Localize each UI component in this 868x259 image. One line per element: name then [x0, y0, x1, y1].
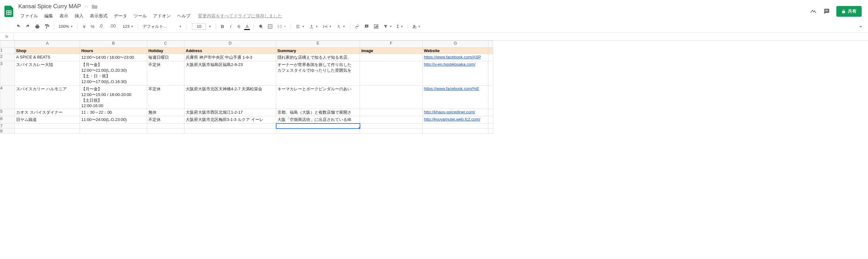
cell[interactable]: [147, 123, 184, 128]
cell[interactable]: [360, 54, 423, 61]
header-cell[interactable]: Shop: [15, 48, 80, 54]
cell[interactable]: 11:00〜24:00(L.O.23:00): [80, 116, 147, 123]
cell[interactable]: [15, 128, 80, 134]
cell[interactable]: A SPICE & BEATS: [15, 54, 80, 61]
row-header[interactable]: 3: [0, 61, 15, 85]
cell[interactable]: 大阪「空堀商店街」に出店されているIB: [276, 116, 360, 123]
collapse-toolbar-button[interactable]: [857, 23, 865, 30]
cell[interactable]: https://www.facebook.com/ASP: [423, 54, 488, 61]
font-size-control[interactable]: 10▼: [189, 22, 213, 31]
row-header[interactable]: 5: [0, 109, 15, 116]
functions-button[interactable]: Σ▼: [395, 23, 405, 30]
menu-insert[interactable]: 挿入: [72, 12, 86, 20]
cell[interactable]: 大阪府大阪市福島区福島2-9-23: [184, 61, 276, 85]
increase-decimal-button[interactable]: .00→: [107, 22, 120, 31]
cell[interactable]: [276, 128, 360, 134]
cell[interactable]: 京都、福島（大阪）と複数店舗で展開さ: [276, 109, 360, 116]
cell[interactable]: https://www.facebook.com/%E: [423, 85, 488, 109]
cell[interactable]: 隠れ家的な店構えで知る人ぞ知る名店。: [276, 54, 360, 61]
cell[interactable]: [488, 61, 493, 85]
input-tools-button[interactable]: あ▼: [411, 23, 423, 31]
cell[interactable]: [360, 85, 423, 109]
cell[interactable]: スパイスカレー大陸: [15, 61, 80, 85]
cell[interactable]: [488, 85, 493, 109]
cell[interactable]: [423, 123, 488, 128]
header-cell[interactable]: Hours: [80, 48, 147, 54]
cell[interactable]: 不定休: [147, 85, 184, 109]
star-icon[interactable]: ☆: [84, 3, 89, 9]
cell[interactable]: [184, 128, 276, 134]
cell[interactable]: [488, 123, 493, 128]
menu-format[interactable]: 表示形式: [87, 12, 110, 20]
save-status[interactable]: 変更内容をすべてドライブに保存しました: [198, 12, 282, 20]
cell[interactable]: 毎週日曜日: [147, 54, 184, 61]
header-cell[interactable]: Address: [184, 48, 276, 54]
cell[interactable]: 【月〜金】 12:00〜21:00(L.O.20:30) 【土・日・祝】 12:…: [80, 61, 147, 85]
insert-link-button[interactable]: [353, 23, 362, 30]
cell[interactable]: [488, 54, 493, 61]
col-header-B[interactable]: B: [80, 41, 147, 48]
header-cell[interactable]: image: [360, 48, 423, 54]
cell[interactable]: [488, 128, 493, 134]
col-header-E[interactable]: E: [276, 41, 360, 48]
cell[interactable]: 兵庫県 神戸市中央区 中山手通 1-9-3: [184, 54, 276, 61]
cell[interactable]: [147, 128, 184, 134]
cell[interactable]: スパイスカリー ハルモニア: [15, 85, 80, 109]
website-link[interactable]: http://kyuyamutei.web.fc2.com/: [424, 117, 480, 122]
cell[interactable]: 大阪府大阪市北区梅田3-1-3 ルクア イーレ: [184, 116, 276, 123]
row-header[interactable]: 1: [0, 48, 15, 54]
more-formats-dropdown[interactable]: 123▼: [121, 23, 136, 30]
menu-view[interactable]: 表示: [57, 12, 71, 20]
cell[interactable]: 大阪府大阪市北区天神橋4-2-7 天満松栄会: [184, 85, 276, 109]
cell[interactable]: 12:00〜14:00 / 16:00〜23:00: [80, 54, 147, 61]
cell[interactable]: [184, 123, 276, 128]
cell[interactable]: 不定休: [147, 116, 184, 123]
filter-button[interactable]: ▼: [381, 23, 394, 30]
italic-button[interactable]: I: [227, 23, 235, 30]
insert-comment-button[interactable]: [362, 23, 371, 30]
share-button[interactable]: 共有: [836, 6, 862, 17]
merge-cells-button[interactable]: ▼: [275, 23, 288, 30]
font-dropdown[interactable]: デフォルト...▼: [141, 23, 183, 31]
header-cell[interactable]: Summary: [276, 48, 360, 54]
col-header-A[interactable]: A: [15, 41, 80, 48]
menu-data[interactable]: データ: [111, 12, 130, 20]
decrease-decimal-button[interactable]: .0←: [97, 22, 107, 31]
text-color-button[interactable]: A: [243, 23, 251, 30]
website-link[interactable]: http://u-en.hostelosaka.com/: [424, 62, 475, 67]
cell[interactable]: オーナーが世界各国を旅して作り出した カフェスタイルでゆったりした雰囲気を: [276, 61, 360, 85]
cell[interactable]: [488, 48, 493, 54]
cell[interactable]: [360, 109, 423, 116]
select-all-corner[interactable]: [0, 41, 15, 48]
spreadsheet-grid[interactable]: A B C D E F G 1ShopHoursHolidayAddressSu…: [0, 40, 868, 134]
cell[interactable]: [488, 116, 493, 123]
bold-button[interactable]: B: [219, 23, 226, 30]
row-header[interactable]: 6: [0, 116, 15, 123]
cell[interactable]: [488, 109, 493, 116]
zoom-dropdown[interactable]: 100%▼: [57, 23, 75, 30]
menu-file[interactable]: ファイル: [18, 12, 40, 20]
header-cell[interactable]: Holiday: [147, 48, 184, 54]
col-header-G[interactable]: G: [423, 41, 488, 48]
cell[interactable]: 旧ヤム鐵道: [15, 116, 80, 123]
undo-button[interactable]: [14, 23, 23, 30]
website-link[interactable]: https://www.facebook.com/%E: [424, 86, 479, 91]
cell[interactable]: http://u-en.hostelosaka.com/: [423, 61, 488, 85]
menu-help[interactable]: ヘルプ: [175, 12, 193, 20]
cell[interactable]: [80, 123, 147, 128]
cell[interactable]: [423, 128, 488, 134]
col-header-extra[interactable]: [488, 41, 493, 48]
row-header[interactable]: 8: [0, 128, 15, 134]
text-rotation-button[interactable]: ▼: [334, 23, 347, 30]
menu-addons[interactable]: アドオン: [151, 12, 173, 20]
cell[interactable]: http://khaos-spicediner.com/: [423, 109, 488, 116]
comments-icon[interactable]: [823, 8, 830, 15]
row-header[interactable]: 7: [0, 123, 15, 128]
menu-edit[interactable]: 編集: [42, 12, 56, 20]
insert-chart-button[interactable]: [372, 23, 380, 30]
cell[interactable]: [360, 116, 423, 123]
text-wrap-button[interactable]: ▼: [321, 23, 334, 30]
cell[interactable]: [276, 123, 360, 128]
header-cell[interactable]: Website: [423, 48, 488, 54]
move-folder-icon[interactable]: [92, 4, 97, 9]
